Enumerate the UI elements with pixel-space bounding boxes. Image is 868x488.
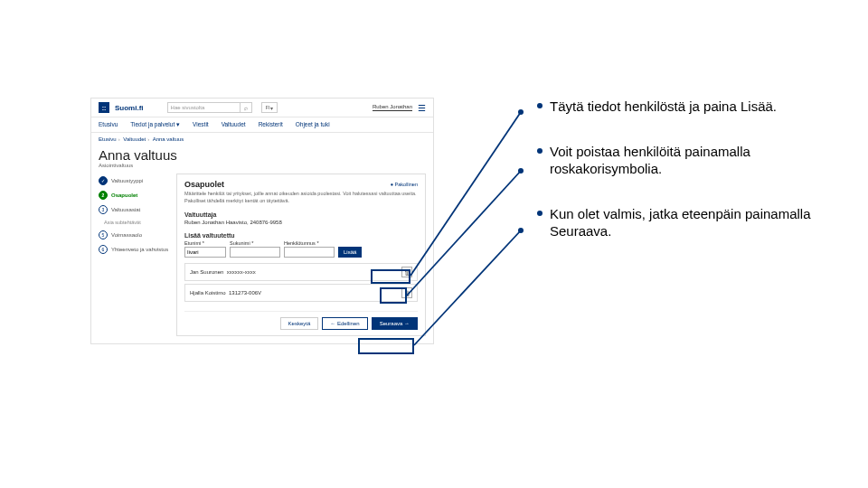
grantor-name: Ruben Jonathan Haavisto, 240876-9958 [184, 220, 418, 225]
add-assignee-heading: Lisää valtuutettu [184, 232, 418, 239]
menu-icon[interactable]: ☰ [418, 103, 426, 113]
surname-input[interactable] [230, 247, 280, 258]
nav-registers[interactable]: Rekisterit [259, 121, 283, 128]
step-sidebar: ✓Valtuustyyppi 2Osapuolet 3Valtuusasiat … [99, 174, 169, 336]
logo-icon: :: [99, 102, 109, 113]
note-1: Täytä tiedot henkilöstä ja paina Lisää. [550, 98, 777, 116]
step-1[interactable]: ✓Valtuustyyppi [99, 174, 169, 188]
svg-point-5 [518, 228, 524, 233]
trash-icon[interactable]: 🗑 [401, 267, 412, 277]
bullet-icon [537, 211, 542, 216]
grantor-heading: Valtuuttaja [184, 211, 418, 218]
nav-info[interactable]: Tiedot ja palvelut ▾ [130, 121, 180, 128]
nav-frontpage[interactable]: Etusivu [99, 121, 118, 128]
main-nav: Etusivu Tiedot ja palvelut ▾ Viestit Val… [91, 117, 433, 133]
back-button[interactable]: ← Edellinen [322, 317, 367, 330]
breadcrumb: Etusivu› Valtuudet› Anna valtuus [91, 133, 433, 145]
nav-help[interactable]: Ohjeet ja tuki [296, 121, 330, 128]
cancel-button[interactable]: Keskeytä [280, 317, 319, 330]
step-5[interactable]: 5Voimassaolo [99, 228, 169, 242]
footer-buttons: Keskeytä ← Edellinen Seuraava → [184, 311, 418, 330]
svg-point-3 [518, 168, 524, 174]
given-name-label: Etunimi * [184, 240, 226, 246]
main-panel: Osapuolet ● Pakollinen Määrittele henkil… [176, 174, 426, 336]
topbar: :: Suomi.fi Hae sivustolta ⌕ FI ▾ Ruben … [91, 99, 433, 117]
brand-name: Suomi.fi [115, 104, 144, 112]
person-row: Hjalla Koistimo 131273-006V 🗑 [184, 284, 418, 302]
app-screenshot: :: Suomi.fi Hae sivustolta ⌕ FI ▾ Ruben … [90, 98, 434, 344]
required-note: ● Pakollinen [391, 182, 418, 187]
instruction-notes: Täytä tiedot henkilöstä ja paina Lisää. … [537, 98, 844, 240]
ssn-input[interactable] [284, 247, 335, 258]
step-6[interactable]: 6Yhteenveto ja vahvistus [99, 242, 169, 257]
user-name[interactable]: Ruben Jonathan [373, 104, 412, 111]
given-name-input[interactable] [184, 247, 226, 258]
surname-label: Sukunimi * [230, 240, 280, 246]
person-row: Jan Suuronen xxxxxx-xxxx 🗑 [184, 263, 418, 281]
language-selector[interactable]: FI ▾ [261, 102, 278, 113]
search-icon[interactable]: ⌕ [240, 102, 252, 113]
trash-icon[interactable]: 🗑 [401, 287, 412, 298]
next-button[interactable]: Seuraava → [372, 317, 418, 330]
section-title: Osapuolet [184, 180, 224, 189]
bullet-icon [537, 148, 542, 154]
step-2[interactable]: 2Osapuolet [99, 188, 169, 202]
note-2: Voit poistaa henkilöitä painamalla roska… [550, 143, 844, 178]
step-4: Asia subtehtävät [104, 217, 169, 228]
add-person-form: Etunimi * Sukunimi * Henkilötunnus * Lis… [184, 240, 418, 258]
bullet-icon [537, 103, 542, 108]
page-subtitle: Asiointivaltuus [91, 163, 433, 174]
note-3: Kun olet valmis, jatka eteenpäin painama… [550, 205, 844, 240]
nav-mandates[interactable]: Valtuudet [222, 121, 246, 128]
svg-point-1 [518, 109, 524, 115]
section-description: Määrittele henkilöt tai yritykset, joill… [184, 191, 418, 204]
search-input[interactable]: Hae sivustolta [167, 102, 240, 113]
add-button[interactable]: Lisää [338, 247, 362, 258]
page-title: Anna valtuus [91, 145, 433, 163]
step-3[interactable]: 3Valtuusasiat [99, 202, 169, 217]
ssn-label: Henkilötunnus * [284, 240, 335, 246]
nav-messages[interactable]: Viestit [193, 121, 209, 128]
